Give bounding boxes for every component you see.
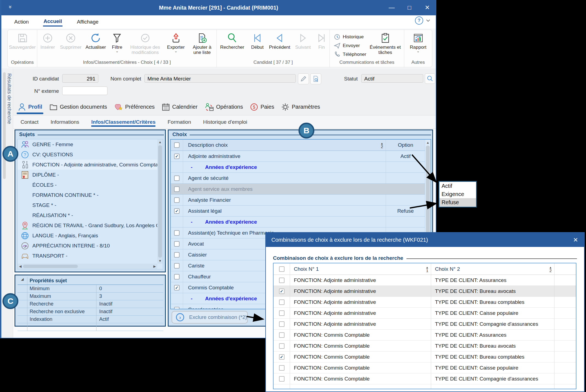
choix-header-row[interactable]: Description choix ▲2 Option — [171, 140, 431, 151]
list-item[interactable]: TRANSPORT - — [18, 251, 163, 261]
choix-row[interactable]: Adjointe administrative Actif — [171, 151, 431, 162]
filter-button[interactable]: Filtre ⌄ — [109, 31, 126, 53]
combinaison-row[interactable]: FONCTION: Commis Comptable TYPE DE CLIEN… — [274, 341, 576, 351]
property-row[interactable]: Indexation Actif — [18, 316, 163, 323]
search-button[interactable]: Rechercher — [217, 31, 248, 50]
row-checkbox[interactable] — [279, 278, 285, 283]
list-item[interactable]: DIPLÔME - — [18, 170, 163, 180]
list-item[interactable]: RÉGION DE TRAVAIL - Grand Sudbury, Los A… — [18, 220, 163, 230]
list-item[interactable]: APPRÉCIATION INTERNE - 8/10 — [18, 241, 163, 251]
combinaison-row[interactable]: FONCTION: Adjointe administrative TYPE D… — [274, 297, 576, 308]
scroll-thumb[interactable] — [158, 145, 162, 258]
list-item[interactable]: FONCTION - Adjointe administrative, Comm… — [18, 160, 163, 170]
tab-preferences[interactable]: Préférences — [114, 99, 155, 115]
row-checkbox[interactable] — [174, 263, 180, 269]
row-checkbox[interactable] — [279, 365, 285, 371]
help-icon[interactable]: ? — [415, 16, 423, 25]
first-button[interactable]: Début — [248, 31, 267, 50]
envoyer-button[interactable]: Envoyer — [334, 42, 366, 49]
externe-field[interactable] — [62, 87, 107, 95]
ribbon-collapse-icon[interactable] — [426, 19, 430, 22]
refresh-button[interactable]: Actualiser — [83, 31, 108, 50]
combinaison-row[interactable]: FONCTION: Adjointe administrative TYPE D… — [274, 286, 576, 297]
row-checkbox[interactable] — [174, 186, 180, 192]
property-row[interactable]: Recherche Inactif — [18, 300, 163, 308]
row-checkbox[interactable] — [279, 376, 285, 382]
edit-name-button[interactable] — [298, 73, 309, 84]
scroll-up-icon[interactable]: ▲ — [426, 140, 429, 146]
dropdown-item-exigence[interactable]: Exigence — [439, 190, 476, 198]
select-all-checkbox[interactable] — [279, 266, 285, 272]
tab-calendrier[interactable]: Calendrier — [162, 99, 197, 115]
combinaison-row[interactable]: FONCTION: Commis Comptable TYPE DE CLIEN… — [274, 362, 576, 373]
menu-accueil[interactable]: Accueil — [43, 17, 63, 27]
row-checkbox[interactable] — [174, 274, 180, 279]
row-checkbox[interactable] — [279, 343, 285, 349]
close-button[interactable]: ✕ — [419, 0, 436, 15]
historique-button[interactable]: Historique — [334, 34, 366, 40]
property-row[interactable]: Minimum 0 — [18, 285, 163, 293]
maximize-button[interactable]: □ — [401, 0, 418, 15]
preview-name-button[interactable] — [310, 73, 321, 84]
next-button[interactable]: Suivant — [293, 31, 313, 50]
collapse-triangle-icon[interactable]: ◢ — [18, 277, 27, 284]
choix-subrow[interactable]: -Années d'expérience — [171, 162, 431, 173]
row-checkbox[interactable] — [279, 289, 285, 294]
scroll-up-icon[interactable]: ▲ — [158, 139, 162, 145]
report-button[interactable]: Rapport ⌄ — [405, 31, 432, 53]
choix-subrow[interactable]: -Années d'expérience — [171, 217, 431, 227]
exclure-combinaison-button[interactable]: › Exclure combinaison (*2) — [172, 311, 248, 324]
property-row[interactable]: Maximum 3 — [18, 293, 163, 300]
combinaison-row[interactable]: FONCTION: Commis Comptable TYPE DE CLIEN… — [274, 330, 576, 341]
statut-lookup-button[interactable] — [425, 73, 435, 84]
sujets-horizontal-scrollbar[interactable]: ◀ ▶ — [18, 264, 157, 269]
tab-profil[interactable]: Profil — [18, 99, 42, 115]
dialog-close-button[interactable]: ✕ — [571, 235, 580, 245]
minimize-button[interactable]: — — [383, 0, 400, 15]
delete-button[interactable]: Supprimer — [59, 31, 83, 50]
dropdown-item-refuse[interactable]: Refuse — [439, 198, 476, 206]
id-candidat-field[interactable]: 291 — [62, 74, 98, 83]
list-item[interactable]: STAGE * - — [18, 200, 163, 210]
tab-gestion-documents[interactable]: Gestion documents — [49, 99, 107, 115]
scroll-left-icon[interactable]: ◀ — [18, 264, 23, 268]
row-checkbox[interactable] — [174, 307, 180, 310]
scroll-thumb[interactable] — [23, 265, 78, 268]
list-item[interactable]: RÉALISATION * - — [18, 210, 163, 220]
previous-button[interactable]: Précédent — [267, 31, 292, 50]
row-checkbox[interactable] — [279, 332, 285, 338]
select-all-checkbox[interactable] — [174, 142, 180, 148]
sujets-vertical-scrollbar[interactable]: ▲ ▼ — [157, 139, 163, 264]
list-item[interactable]: ÉCOLES - — [18, 180, 163, 190]
dropdown-item-actif[interactable]: Actif — [439, 182, 476, 190]
subtab-informations[interactable]: Informations — [50, 116, 79, 128]
menu-affichage[interactable]: Affichage — [76, 18, 99, 26]
row-checkbox[interactable] — [279, 321, 285, 327]
drag-grip[interactable] — [3, 72, 6, 179]
row-checkbox[interactable] — [174, 208, 180, 214]
statut-field[interactable]: Actif — [361, 74, 423, 83]
subtab-infos-classement-criteres[interactable]: Infos/Classement/Critères — [91, 116, 155, 128]
row-checkbox[interactable] — [174, 230, 180, 236]
list-item[interactable]: FORMATION CONTINUE * - — [18, 190, 163, 200]
telephoner-button[interactable]: Téléphoner — [334, 51, 366, 58]
menu-action[interactable]: Action — [14, 18, 29, 26]
subtab-historique-emploi[interactable]: Historique d'emploi — [203, 116, 247, 128]
row-checkbox[interactable] — [174, 175, 180, 181]
choix-row[interactable]: Analyste Financier — [171, 195, 431, 206]
row-checkbox[interactable] — [174, 285, 180, 290]
row-checkbox[interactable] — [174, 197, 180, 203]
scroll-right-icon[interactable]: ▶ — [152, 264, 157, 268]
last-button[interactable]: Fin — [314, 31, 329, 50]
events-tasks-button[interactable]: Événements et tâches — [368, 31, 403, 56]
export-button[interactable]: Exporter ⌄ — [165, 31, 187, 53]
row-checkbox[interactable] — [174, 154, 180, 159]
choix-row[interactable]: Agent de sécurité — [171, 173, 431, 184]
list-item[interactable]: ? CV: QUESTIONS — [18, 149, 163, 160]
list-item[interactable]: LANGUE - Anglais, Français — [18, 230, 163, 241]
subtab-contact[interactable]: Contact — [21, 116, 38, 128]
combinaison-row[interactable]: FONCTION: Adjointe administrative TYPE D… — [274, 275, 576, 286]
list-item[interactable]: GENRE - Femme — [18, 139, 163, 149]
save-button[interactable]: Sauvegarder — [8, 31, 37, 50]
combinaison-row[interactable]: FONCTION: Adjointe administrative TYPE D… — [274, 319, 576, 330]
